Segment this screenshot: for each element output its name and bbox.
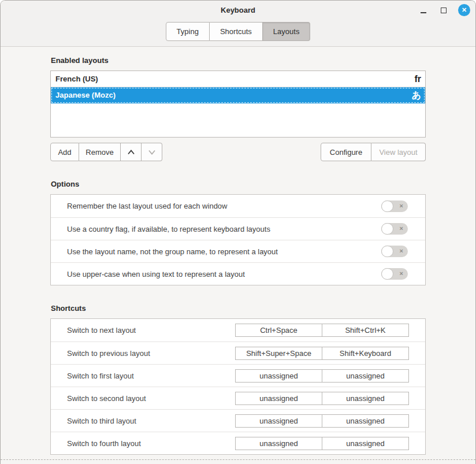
resize-grip[interactable]	[1, 459, 475, 460]
shortcut-row: Switch to first layout unassigned unassi…	[51, 364, 425, 387]
move-up-button[interactable]	[121, 143, 142, 161]
shortcut-label: Switch to previous layout	[67, 349, 235, 358]
toggle-off-icon: ×	[400, 248, 403, 254]
shortcut-binding-button[interactable]: Ctrl+Space	[235, 324, 322, 337]
toggle-knob-icon	[381, 201, 393, 212]
shortcut-row: Switch to previous layout Shift+Super+Sp…	[51, 341, 425, 364]
layout-edit-button-group: Add Remove	[50, 143, 162, 161]
shortcut-label: Switch to fourth layout	[67, 439, 235, 448]
option-label: Remember the last layout used for each w…	[67, 202, 381, 210]
view-layout-button[interactable]: View layout	[371, 143, 426, 161]
maximize-icon	[441, 8, 447, 13]
layout-name: French (US)	[55, 75, 98, 83]
shortcuts-panel: Switch to next layout Ctrl+Space Shift+C…	[50, 318, 426, 455]
shortcut-binding-button[interactable]: unassigned	[235, 369, 322, 383]
toggle-off-icon: ×	[400, 225, 403, 232]
option-label: Use upper-case when using text to repres…	[67, 270, 381, 279]
toggle-switch[interactable]: ×	[381, 223, 408, 235]
option-row: Use the layout name, not the group name,…	[51, 240, 425, 262]
close-icon: ✕	[462, 7, 467, 13]
layout-name: Japanese (Mozc)	[55, 91, 116, 99]
toggle-switch[interactable]: ×	[381, 268, 408, 280]
tab-typing[interactable]: Typing	[166, 22, 210, 41]
shortcut-binding-button[interactable]: unassigned	[322, 414, 409, 428]
shortcut-binding-button[interactable]: unassigned	[235, 392, 322, 405]
chevron-up-icon	[127, 150, 135, 155]
tab-bar: TypingShortcutsLayouts	[1, 20, 475, 46]
option-row: Remember the last layout used for each w…	[51, 195, 425, 217]
option-row: Use upper-case when using text to repres…	[51, 262, 425, 285]
window-title: Keyboard	[1, 1, 475, 20]
layout-view-button-group: Configure View layout	[321, 143, 426, 161]
shortcut-label: Switch to next layout	[67, 326, 235, 335]
option-label: Use a country flag, if available, to rep…	[67, 225, 381, 233]
shortcut-binding-group: Ctrl+Space Shift+Ctrl+K	[235, 324, 409, 337]
add-layout-button[interactable]: Add	[50, 143, 79, 161]
shortcut-binding-group: unassigned unassigned	[235, 369, 409, 383]
layouts-page: Enabled layouts French (US) fr Japanese …	[1, 47, 475, 455]
remove-layout-button[interactable]: Remove	[79, 143, 121, 161]
shortcut-binding-button[interactable]: unassigned	[322, 437, 409, 450]
move-down-button[interactable]	[142, 143, 162, 161]
shortcut-binding-button[interactable]: unassigned	[322, 392, 409, 405]
shortcut-binding-button[interactable]: unassigned	[322, 369, 409, 383]
shortcut-binding-group: unassigned unassigned	[235, 414, 409, 428]
configure-button[interactable]: Configure	[321, 143, 371, 161]
tab-layouts[interactable]: Layouts	[263, 22, 311, 41]
shortcut-row: Switch to second layout unassigned unass…	[51, 387, 425, 409]
titlebar: Keyboard ✕	[1, 1, 475, 20]
shortcut-row: Switch to next layout Ctrl+Space Shift+C…	[51, 319, 425, 341]
window-header: Keyboard ✕ TypingShortcutsLayouts	[1, 1, 475, 47]
maximize-button[interactable]	[438, 5, 449, 16]
window-controls: ✕	[418, 1, 470, 20]
chevron-down-icon	[148, 150, 156, 155]
minimize-button[interactable]	[418, 5, 429, 16]
layout-indicator-icon: fr	[414, 75, 421, 84]
toggle-off-icon: ×	[400, 203, 403, 209]
minimize-icon	[421, 12, 426, 13]
shortcut-label: Switch to second layout	[67, 394, 235, 403]
enabled-layouts-heading: Enabled layouts	[51, 56, 426, 65]
tab-group: TypingShortcutsLayouts	[166, 22, 311, 41]
toggle-off-icon: ×	[400, 270, 403, 277]
shortcut-binding-button[interactable]: unassigned	[235, 437, 322, 450]
layout-list-actions: Add Remove Configure View layout	[50, 143, 426, 161]
toggle-switch[interactable]: ×	[381, 201, 408, 212]
toggle-knob-icon	[381, 223, 393, 235]
option-row: Use a country flag, if available, to rep…	[51, 217, 425, 240]
shortcut-binding-button[interactable]: unassigned	[235, 414, 322, 428]
toggle-knob-icon	[381, 246, 393, 257]
close-button[interactable]: ✕	[458, 4, 470, 16]
shortcut-binding-group: Shift+Super+Space Shift+Keyboard	[235, 347, 409, 360]
shortcut-label: Switch to third layout	[67, 417, 235, 425]
shortcuts-heading: Shortcuts	[51, 304, 426, 313]
tab-shortcuts[interactable]: Shortcuts	[210, 22, 263, 41]
toggle-switch[interactable]: ×	[381, 246, 408, 257]
shortcut-binding-group: unassigned unassigned	[235, 437, 409, 450]
layout-indicator-icon: あ	[412, 91, 421, 100]
shortcut-binding-group: unassigned unassigned	[235, 392, 409, 405]
shortcut-binding-button[interactable]: Shift+Super+Space	[235, 347, 322, 360]
shortcut-binding-button[interactable]: Shift+Keyboard	[322, 347, 409, 360]
shortcut-row: Switch to third layout unassigned unassi…	[51, 409, 425, 432]
shortcut-label: Switch to first layout	[67, 372, 235, 380]
keyboard-settings-window: Keyboard ✕ TypingShortcutsLayouts Enable…	[0, 0, 476, 464]
options-panel: Remember the last layout used for each w…	[50, 194, 426, 285]
layout-row[interactable]: Japanese (Mozc) あ	[51, 87, 425, 103]
enabled-layouts-list: French (US) fr Japanese (Mozc) あ	[50, 70, 426, 138]
shortcut-row: Switch to fourth layout unassigned unass…	[51, 432, 425, 454]
shortcut-binding-button[interactable]: Shift+Ctrl+K	[322, 324, 409, 337]
option-label: Use the layout name, not the group name,…	[67, 247, 381, 256]
options-heading: Options	[51, 180, 426, 189]
toggle-knob-icon	[381, 268, 393, 280]
layout-row[interactable]: French (US) fr	[51, 71, 425, 87]
